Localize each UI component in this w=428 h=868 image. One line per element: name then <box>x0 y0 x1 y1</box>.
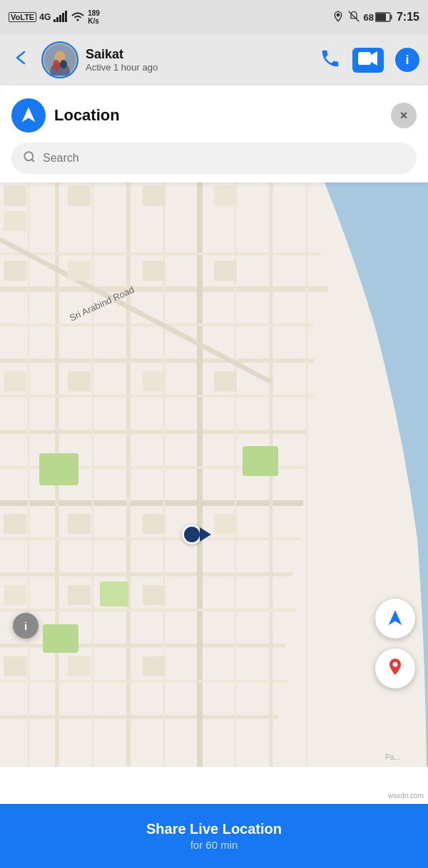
svg-rect-60 <box>143 371 165 391</box>
svg-point-14 <box>55 51 65 61</box>
share-main-text: Share Live Location <box>146 821 282 837</box>
contact-info: Saikat Active 1 hour ago <box>86 47 312 73</box>
svg-rect-1 <box>56 17 58 22</box>
svg-rect-54 <box>68 261 91 281</box>
user-dot <box>182 525 202 544</box>
svg-rect-47 <box>243 446 278 476</box>
volte-indicator: VoLTE <box>9 12 36 22</box>
status-bar: VoLTE 4G 189K/s <box>0 0 428 34</box>
svg-rect-63 <box>4 371 26 391</box>
svg-rect-4 <box>65 11 67 22</box>
svg-point-5 <box>77 19 79 21</box>
svg-point-16 <box>60 60 67 68</box>
network-indicator: 4G <box>39 12 51 22</box>
contact-status: Active 1 hour ago <box>86 62 312 73</box>
search-input[interactable] <box>43 152 405 165</box>
speed-indicator: 189K/s <box>88 9 100 25</box>
svg-point-19 <box>24 152 33 160</box>
signal-icon <box>54 11 68 24</box>
svg-rect-9 <box>390 15 392 19</box>
svg-marker-18 <box>371 51 377 66</box>
svg-rect-71 <box>214 371 237 391</box>
svg-rect-69 <box>68 656 91 676</box>
map-background: Sri Arabind Road Pa... <box>0 182 428 767</box>
chat-header: Saikat Active 1 hour ago i <box>0 34 428 86</box>
svg-rect-48 <box>100 582 128 606</box>
svg-rect-50 <box>4 186 26 206</box>
svg-line-7 <box>348 11 359 21</box>
mute-icon <box>348 11 360 24</box>
user-location-marker <box>182 525 211 544</box>
svg-rect-67 <box>143 585 165 605</box>
svg-rect-70 <box>143 656 165 676</box>
svg-rect-52 <box>4 261 26 281</box>
svg-rect-55 <box>143 186 165 206</box>
search-bar <box>11 143 417 174</box>
svg-line-20 <box>31 159 34 161</box>
svg-rect-0 <box>54 19 56 22</box>
svg-rect-59 <box>68 371 91 391</box>
map-info-button[interactable]: i <box>13 613 39 639</box>
location-icon <box>11 98 46 133</box>
svg-rect-51 <box>4 211 26 231</box>
svg-point-75 <box>393 662 398 667</box>
search-icon <box>23 150 36 167</box>
user-direction-arrow <box>200 527 211 542</box>
location-panel: Location × <box>0 86 428 182</box>
svg-rect-57 <box>214 186 237 206</box>
svg-rect-17 <box>358 52 371 65</box>
svg-rect-49 <box>43 624 78 653</box>
svg-rect-62 <box>143 514 165 534</box>
map-area[interactable]: Sri Arabind Road Pa... i <box>0 182 428 767</box>
svg-rect-68 <box>4 656 26 676</box>
svg-rect-46 <box>39 453 78 485</box>
avatar <box>41 41 78 78</box>
contact-name: Saikat <box>86 47 312 62</box>
status-right: 68 7:15 <box>332 11 420 24</box>
status-left: VoLTE 4G 189K/s <box>9 9 100 25</box>
header-actions: i <box>320 48 419 73</box>
svg-rect-66 <box>68 585 91 605</box>
video-button[interactable] <box>352 48 384 73</box>
svg-point-15 <box>53 60 60 71</box>
svg-text:Pa...: Pa... <box>385 753 400 761</box>
info-button[interactable]: i <box>395 48 419 72</box>
share-live-location-button[interactable]: Share Live Location for 60 min <box>0 804 428 868</box>
location-status-icon <box>332 11 344 24</box>
time-display: 7:15 <box>397 11 419 24</box>
wifi-icon <box>71 11 85 24</box>
location-header: Location × <box>11 98 417 133</box>
svg-rect-64 <box>4 514 26 534</box>
svg-point-6 <box>337 14 339 16</box>
svg-rect-53 <box>68 186 91 206</box>
svg-rect-3 <box>62 13 64 22</box>
svg-rect-61 <box>68 514 91 534</box>
svg-rect-58 <box>214 261 237 281</box>
watermark: wsxdn.com <box>388 792 424 800</box>
battery-indicator: 68 <box>364 12 392 23</box>
location-title-group: Location <box>11 98 120 133</box>
pin-button[interactable] <box>375 649 415 688</box>
svg-rect-72 <box>214 514 237 534</box>
share-sub-text: for 60 min <box>190 839 238 851</box>
svg-rect-56 <box>143 261 165 281</box>
svg-rect-10 <box>376 14 386 21</box>
navigate-button[interactable] <box>375 599 415 639</box>
svg-rect-65 <box>4 585 26 605</box>
svg-rect-2 <box>59 15 61 22</box>
close-button[interactable]: × <box>391 103 417 128</box>
phone-button[interactable] <box>320 48 341 72</box>
location-title: Location <box>54 106 120 125</box>
back-button[interactable] <box>9 45 34 76</box>
